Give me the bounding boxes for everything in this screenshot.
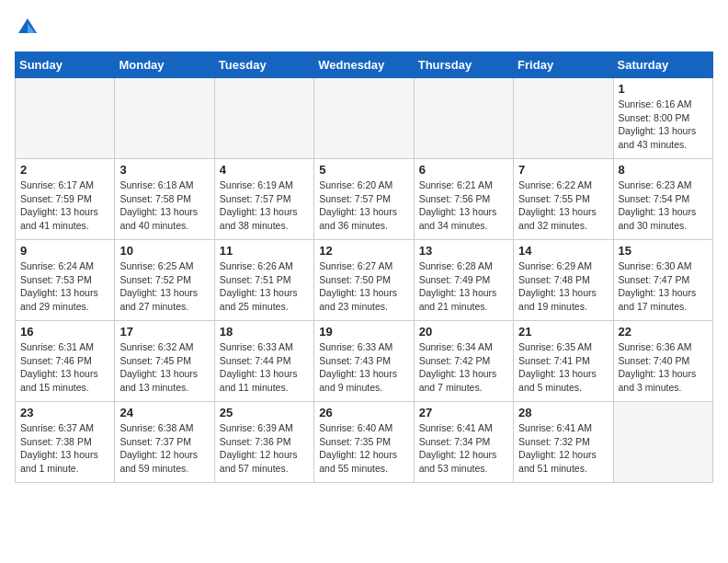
calendar-cell: 9Sunrise: 6:24 AM Sunset: 7:53 PM Daylig… — [16, 240, 115, 321]
day-detail: Sunrise: 6:37 AM Sunset: 7:38 PM Dayligh… — [20, 421, 109, 476]
logo-icon — [15, 15, 40, 40]
calendar-cell — [514, 78, 613, 159]
day-detail: Sunrise: 6:25 AM Sunset: 7:52 PM Dayligh… — [119, 259, 209, 314]
day-number: 26 — [319, 406, 408, 419]
calendar-cell: 27Sunrise: 6:41 AM Sunset: 7:34 PM Dayli… — [414, 402, 513, 483]
day-detail: Sunrise: 6:16 AM Sunset: 8:00 PM Dayligh… — [619, 98, 708, 152]
day-number: 27 — [419, 406, 508, 419]
calendar-cell: 3Sunrise: 6:18 AM Sunset: 7:58 PM Daylig… — [115, 159, 214, 240]
day-detail: Sunrise: 6:28 AM Sunset: 7:49 PM Dayligh… — [419, 259, 508, 314]
calendar-cell — [414, 78, 513, 159]
calendar-cell — [115, 78, 214, 159]
day-detail: Sunrise: 6:40 AM Sunset: 7:35 PM Dayligh… — [319, 421, 408, 476]
calendar-cell: 24Sunrise: 6:38 AM Sunset: 7:37 PM Dayli… — [115, 402, 214, 483]
day-number: 15 — [619, 244, 708, 258]
day-detail: Sunrise: 6:32 AM Sunset: 7:45 PM Dayligh… — [119, 340, 209, 395]
day-detail: Sunrise: 6:21 AM Sunset: 7:56 PM Dayligh… — [419, 178, 508, 233]
calendar-cell — [613, 402, 712, 483]
day-detail: Sunrise: 6:33 AM Sunset: 7:43 PM Dayligh… — [319, 340, 408, 395]
calendar-header-sunday: Sunday — [16, 52, 115, 78]
calendar-header-friday: Friday — [514, 52, 613, 78]
calendar-cell: 4Sunrise: 6:19 AM Sunset: 7:57 PM Daylig… — [214, 159, 313, 240]
day-number: 25 — [220, 406, 309, 419]
day-number: 17 — [119, 325, 209, 339]
calendar-cell: 13Sunrise: 6:28 AM Sunset: 7:49 PM Dayli… — [414, 240, 513, 321]
day-number: 19 — [319, 325, 408, 339]
day-detail: Sunrise: 6:38 AM Sunset: 7:37 PM Dayligh… — [119, 421, 209, 476]
calendar-header-row: SundayMondayTuesdayWednesdayThursdayFrid… — [16, 52, 713, 78]
logo — [15, 15, 44, 40]
calendar-cell: 15Sunrise: 6:30 AM Sunset: 7:47 PM Dayli… — [613, 240, 712, 321]
calendar-cell: 11Sunrise: 6:26 AM Sunset: 7:51 PM Dayli… — [214, 240, 313, 321]
day-detail: Sunrise: 6:41 AM Sunset: 7:34 PM Dayligh… — [419, 421, 508, 476]
calendar-header-saturday: Saturday — [613, 52, 712, 78]
calendar-header-wednesday: Wednesday — [314, 52, 414, 78]
calendar-cell: 23Sunrise: 6:37 AM Sunset: 7:38 PM Dayli… — [16, 402, 115, 483]
day-number: 5 — [319, 163, 408, 177]
day-number: 14 — [518, 244, 608, 258]
calendar-cell: 8Sunrise: 6:23 AM Sunset: 7:54 PM Daylig… — [613, 159, 712, 240]
calendar-cell: 22Sunrise: 6:36 AM Sunset: 7:40 PM Dayli… — [613, 321, 712, 402]
day-number: 12 — [319, 244, 408, 258]
calendar-cell: 28Sunrise: 6:41 AM Sunset: 7:32 PM Dayli… — [514, 402, 613, 483]
day-detail: Sunrise: 6:24 AM Sunset: 7:53 PM Dayligh… — [20, 259, 109, 314]
calendar-cell: 12Sunrise: 6:27 AM Sunset: 7:50 PM Dayli… — [314, 240, 414, 321]
calendar-cell: 25Sunrise: 6:39 AM Sunset: 7:36 PM Dayli… — [214, 402, 313, 483]
day-detail: Sunrise: 6:20 AM Sunset: 7:57 PM Dayligh… — [319, 178, 408, 233]
calendar-cell: 19Sunrise: 6:33 AM Sunset: 7:43 PM Dayli… — [314, 321, 414, 402]
day-detail: Sunrise: 6:39 AM Sunset: 7:36 PM Dayligh… — [220, 421, 309, 476]
calendar-cell — [16, 78, 115, 159]
day-number: 22 — [619, 325, 708, 339]
day-detail: Sunrise: 6:29 AM Sunset: 7:48 PM Dayligh… — [518, 259, 608, 314]
day-detail: Sunrise: 6:34 AM Sunset: 7:42 PM Dayligh… — [419, 340, 508, 395]
calendar-cell: 21Sunrise: 6:35 AM Sunset: 7:41 PM Dayli… — [514, 321, 613, 402]
day-detail: Sunrise: 6:18 AM Sunset: 7:58 PM Dayligh… — [119, 178, 209, 233]
page-header — [15, 15, 713, 40]
calendar-week-0: 1Sunrise: 6:16 AM Sunset: 8:00 PM Daylig… — [16, 78, 713, 159]
day-detail: Sunrise: 6:22 AM Sunset: 7:55 PM Dayligh… — [518, 178, 608, 233]
calendar-week-2: 9Sunrise: 6:24 AM Sunset: 7:53 PM Daylig… — [16, 240, 713, 321]
day-detail: Sunrise: 6:26 AM Sunset: 7:51 PM Dayligh… — [220, 259, 309, 314]
day-detail: Sunrise: 6:27 AM Sunset: 7:50 PM Dayligh… — [319, 259, 408, 314]
calendar-cell — [214, 78, 313, 159]
calendar-cell: 10Sunrise: 6:25 AM Sunset: 7:52 PM Dayli… — [115, 240, 214, 321]
calendar-cell: 1Sunrise: 6:16 AM Sunset: 8:00 PM Daylig… — [613, 78, 712, 159]
calendar-cell: 26Sunrise: 6:40 AM Sunset: 7:35 PM Dayli… — [314, 402, 414, 483]
calendar-cell: 14Sunrise: 6:29 AM Sunset: 7:48 PM Dayli… — [514, 240, 613, 321]
calendar-week-1: 2Sunrise: 6:17 AM Sunset: 7:59 PM Daylig… — [16, 159, 713, 240]
day-number: 21 — [518, 325, 608, 339]
day-detail: Sunrise: 6:19 AM Sunset: 7:57 PM Dayligh… — [220, 178, 309, 233]
day-number: 16 — [20, 325, 109, 339]
day-number: 20 — [419, 325, 508, 339]
calendar-week-4: 23Sunrise: 6:37 AM Sunset: 7:38 PM Dayli… — [16, 402, 713, 483]
calendar-cell: 7Sunrise: 6:22 AM Sunset: 7:55 PM Daylig… — [514, 159, 613, 240]
calendar-cell: 2Sunrise: 6:17 AM Sunset: 7:59 PM Daylig… — [16, 159, 115, 240]
day-number: 10 — [119, 244, 209, 258]
day-detail: Sunrise: 6:35 AM Sunset: 7:41 PM Dayligh… — [518, 340, 608, 395]
calendar: SundayMondayTuesdayWednesdayThursdayFrid… — [15, 52, 713, 483]
day-number: 3 — [119, 163, 209, 177]
day-number: 9 — [20, 244, 109, 258]
calendar-cell: 18Sunrise: 6:33 AM Sunset: 7:44 PM Dayli… — [214, 321, 313, 402]
day-number: 4 — [220, 163, 309, 177]
day-number: 7 — [518, 163, 608, 177]
calendar-header-tuesday: Tuesday — [214, 52, 313, 78]
day-number: 8 — [619, 163, 708, 177]
day-detail: Sunrise: 6:17 AM Sunset: 7:59 PM Dayligh… — [20, 178, 109, 233]
calendar-cell: 20Sunrise: 6:34 AM Sunset: 7:42 PM Dayli… — [414, 321, 513, 402]
day-number: 11 — [220, 244, 309, 258]
day-number: 2 — [20, 163, 109, 177]
day-number: 6 — [419, 163, 508, 177]
day-number: 24 — [119, 406, 209, 419]
day-number: 28 — [518, 406, 608, 419]
calendar-header-monday: Monday — [115, 52, 214, 78]
calendar-header-thursday: Thursday — [414, 52, 513, 78]
calendar-cell — [314, 78, 414, 159]
calendar-cell: 16Sunrise: 6:31 AM Sunset: 7:46 PM Dayli… — [16, 321, 115, 402]
day-number: 18 — [220, 325, 309, 339]
calendar-cell: 5Sunrise: 6:20 AM Sunset: 7:57 PM Daylig… — [314, 159, 414, 240]
day-number: 1 — [619, 82, 708, 96]
day-detail: Sunrise: 6:30 AM Sunset: 7:47 PM Dayligh… — [619, 259, 708, 314]
calendar-cell: 6Sunrise: 6:21 AM Sunset: 7:56 PM Daylig… — [414, 159, 513, 240]
calendar-week-3: 16Sunrise: 6:31 AM Sunset: 7:46 PM Dayli… — [16, 321, 713, 402]
